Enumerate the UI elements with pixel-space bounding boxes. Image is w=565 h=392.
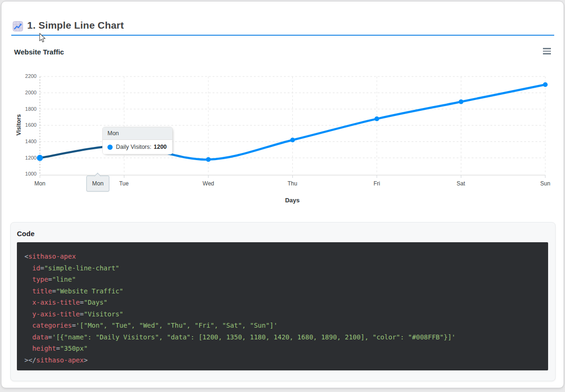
tooltip-body: Daily Visitors: 1200: [103, 140, 172, 154]
marker-thu: [290, 138, 295, 142]
x-axis-tooltip-label: Mon: [92, 180, 103, 187]
marker-sun: [543, 82, 548, 87]
chart-tooltip: Mon Daily Visitors: 1200: [102, 127, 173, 154]
x-axis-tooltip: Mon: [86, 176, 109, 192]
marker-mon-active: [37, 155, 43, 161]
chart-plot-area[interactable]: [0, 0, 565, 392]
page: { "header": { "icon": "chart-increasing-…: [0, 0, 565, 392]
marker-sat: [459, 100, 464, 104]
tooltip-value: 1200: [153, 144, 167, 150]
marker-wed: [206, 157, 211, 162]
tooltip-header: Mon: [103, 127, 172, 140]
x-axis-ticks: [40, 175, 545, 178]
series-dot-icon: [107, 145, 113, 150]
tooltip-series-label: Daily Visitors:: [116, 144, 151, 150]
marker-fri: [374, 116, 379, 121]
mouse-cursor: [39, 33, 46, 43]
